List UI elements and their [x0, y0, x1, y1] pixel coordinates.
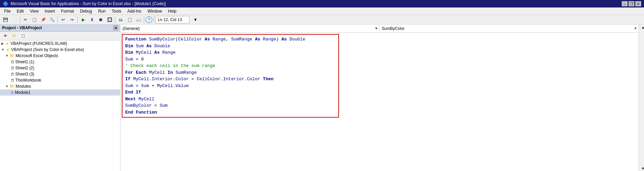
general-dropdown-text[interactable]: (General) — [120, 25, 373, 32]
new-button[interactable]: 📄 — [10, 16, 18, 23]
vba-icon-funcres: ⚡ — [5, 41, 10, 46]
project-tree: ▶ ⚡ VBAProject (FUNCRES.XLAM) ▼ ⚡ VBAPro… — [0, 40, 120, 171]
toolbar-sep-1 — [20, 16, 20, 23]
restore-button[interactable]: ❐ — [628, 1, 634, 6]
tree-module1[interactable]: ⚙ Module1 — [0, 89, 120, 96]
code-box: Function SumByColor(CellColor As Range, … — [122, 34, 339, 118]
menu-edit[interactable]: Edit — [14, 8, 26, 14]
help-button[interactable]: ? — [146, 16, 152, 23]
code-line-12: End Function — [125, 109, 336, 116]
project-header-text: Project - VBAProject — [2, 25, 42, 30]
sumbycolor-dropdown-arrow[interactable]: ▼ — [632, 27, 639, 30]
menu-bar: File Edit View Insert Format Debug Run T… — [0, 7, 644, 15]
project-close-button[interactable]: ✕ — [113, 25, 118, 30]
sumbycolor-dropdown-wrapper: SumByColor ▼ — [380, 24, 639, 32]
tree-sheet2-label: Sheet2 (2) — [15, 66, 34, 70]
scrollbar-up[interactable]: ▲ — [639, 24, 644, 30]
tree-sumbycolor-label: VBAProject (Sum by Color in Excel.xlsx) — [11, 47, 84, 52]
toolbar-sep-4 — [115, 16, 115, 23]
toolbar-sep-6 — [154, 16, 154, 23]
title-bar-controls[interactable]: – ❐ ✕ — [622, 1, 641, 6]
menu-run[interactable]: Run — [95, 8, 108, 14]
tree-sheet1[interactable]: 🗒 Sheet1 (1) — [0, 59, 120, 65]
menu-help[interactable]: Help — [165, 8, 179, 14]
main-layout: Project - VBAProject ✕ 👁 📁 📋 ▶ ⚡ VBAProj… — [0, 24, 644, 171]
code-area[interactable]: Function SumByColor(CellColor As Range, … — [120, 33, 639, 171]
object-browser-button[interactable]: 📖 — [134, 16, 143, 23]
cut-button[interactable]: ✂ — [21, 16, 30, 23]
sheet3-icon: 🗒 — [11, 72, 14, 76]
minimize-button[interactable]: – — [622, 1, 628, 6]
project-explorer-button[interactable]: 🗂 — [117, 16, 125, 23]
close-button[interactable]: ✕ — [635, 1, 641, 6]
ln-col-display: Ln 12, Col 13 — [155, 16, 189, 23]
paste-button[interactable]: 📌 — [39, 16, 47, 23]
general-dropdown-arrow[interactable]: ▼ — [373, 27, 379, 30]
break-button[interactable]: ⏸ — [88, 16, 96, 23]
tree-modules[interactable]: ▼ 📁 Modules — [0, 83, 120, 89]
properties-button[interactable]: 📋 — [126, 16, 134, 23]
code-line-2: Dim Sum As Double — [125, 43, 336, 50]
tree-funcres[interactable]: ▶ ⚡ VBAProject (FUNCRES.XLAM) — [0, 40, 120, 47]
undo-button[interactable]: ↩ — [59, 16, 67, 23]
sumbycolor-dropdown-text[interactable]: SumByColor — [380, 25, 632, 32]
reset-button[interactable]: ⏹ — [97, 16, 105, 23]
menu-file[interactable]: File — [1, 8, 13, 14]
menu-insert[interactable]: Insert — [42, 8, 58, 14]
run-button[interactable]: ▶ — [79, 16, 87, 23]
code-line-8: Sum = Sum + MyCell.Value — [125, 83, 336, 89]
app-icon: 🔷 — [3, 1, 8, 6]
menu-addins[interactable]: Add-Ins — [125, 8, 144, 14]
project-properties-button[interactable]: 📋 — [19, 32, 27, 40]
save-button[interactable]: 💾 — [1, 16, 10, 23]
expand-funcres: ▶ — [1, 42, 4, 45]
left-panel: Project - VBAProject ✕ 👁 📁 📋 ▶ ⚡ VBAProj… — [0, 24, 120, 171]
expand-excel-objects: ▼ — [5, 54, 8, 57]
code-line-5: ' Check each cell in the sum range — [125, 63, 336, 69]
code-line-9: End If — [125, 89, 336, 96]
copy-button[interactable]: 📋 — [30, 16, 38, 23]
scrollbar-track[interactable] — [639, 30, 644, 166]
tree-sumbycolor[interactable]: ▼ ⚡ VBAProject (Sum by Color in Excel.xl… — [0, 47, 120, 53]
toolbar-sep-3 — [77, 16, 78, 23]
scrollbar-down[interactable]: ▼ — [639, 166, 644, 171]
vba-icon-sumbycolor: ⚡ — [5, 48, 10, 52]
view-object-button[interactable]: 👁 — [1, 32, 10, 40]
menu-format[interactable]: Format — [58, 8, 77, 14]
general-dropdown-wrapper: (General) ▼ — [120, 24, 380, 32]
menu-tools[interactable]: Tools — [109, 8, 124, 14]
menu-window[interactable]: Window — [145, 8, 165, 14]
code-header: (General) ▼ SumByColor ▼ — [120, 24, 639, 33]
expand-sumbycolor: ▼ — [1, 48, 4, 51]
tree-sheet2[interactable]: 🗒 Sheet2 (2) — [0, 65, 120, 71]
tree-excel-objects-label: Microsoft Excel Objects — [16, 53, 58, 58]
project-header: Project - VBAProject ✕ — [0, 24, 120, 32]
redo-button[interactable]: ↪ — [68, 16, 76, 23]
code-line-7: If MyCell.Interior.Color = CellColor.Int… — [125, 76, 336, 83]
folder-icon-modules: 📁 — [10, 84, 15, 89]
tree-modules-label: Modules — [16, 84, 31, 89]
tree-thisworkbook[interactable]: 🗒 ThisWorkbook — [0, 77, 120, 83]
design-button[interactable]: 🔲 — [106, 16, 114, 23]
title-text: Microsoft Visual Basic for Applications … — [11, 1, 166, 6]
module1-icon: ⚙ — [11, 91, 14, 95]
tree-sheet3[interactable]: 🗒 Sheet3 (3) — [0, 71, 120, 77]
scroll-dropdown[interactable]: ▼ — [191, 16, 200, 23]
code-line-10: Next MyCell — [125, 96, 336, 103]
menu-view[interactable]: View — [27, 8, 41, 14]
toolbar: 💾 📄 ✂ 📋 📌 🔍 ↩ ↪ ▶ ⏸ ⏹ 🔲 🗂 📋 📖 ? Ln 12, C… — [0, 15, 644, 24]
menu-debug[interactable]: Debug — [77, 8, 95, 14]
code-line-6: For Each MyCell In SumRange — [125, 69, 336, 76]
folder-icon-excel-objects: 📁 — [10, 53, 15, 58]
toolbar-sep-2 — [57, 16, 58, 23]
find-button[interactable]: 🔍 — [48, 16, 56, 23]
tree-funcres-label: VBAProject (FUNCRES.XLAM) — [11, 41, 67, 46]
toolbar-sep-5 — [144, 16, 144, 23]
project-toolbar: 👁 📁 📋 — [0, 32, 120, 40]
tree-excel-objects[interactable]: ▼ 📁 Microsoft Excel Objects — [0, 53, 120, 59]
expand-modules: ▼ — [5, 85, 8, 88]
toggle-folders-button[interactable]: 📁 — [10, 32, 18, 40]
code-line-11: SumByColor = Sum — [125, 102, 336, 109]
sheet2-icon: 🗒 — [11, 66, 14, 70]
right-scrollbar: ▲ ▼ — [639, 24, 644, 171]
